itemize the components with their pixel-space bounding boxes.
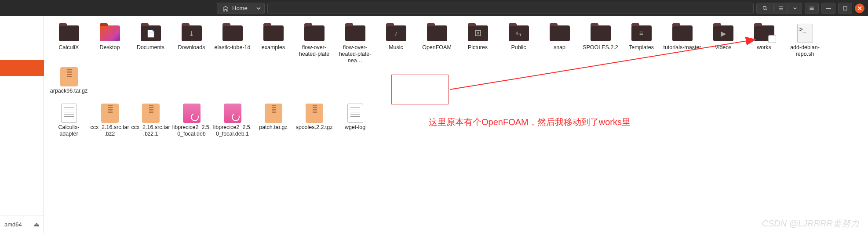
file-label: libprecice2_2.5.0_focal.deb.1 <box>213 124 252 137</box>
file-item[interactable]: >_ add-debian-repo.sh <box>784 22 825 66</box>
file-item[interactable]: ♪ Music <box>376 22 416 66</box>
file-label: CalculiX <box>59 44 79 51</box>
breadcrumb-group: Home <box>217 3 774 14</box>
file-item[interactable]: flow-over-heated-plate <box>294 22 335 66</box>
file-item[interactable]: ccx_2.16.src.tar.bz2 <box>89 102 130 139</box>
folder-icon <box>590 24 612 43</box>
file-item[interactable]: ⤓ Downloads <box>171 22 212 66</box>
deb-icon <box>181 104 203 122</box>
file-grid-row-1: CalculiX Desktop 📄 Documents ⤓ Downloads… <box>48 22 864 96</box>
folder-icon <box>58 24 80 43</box>
folder-icon: ≡ <box>631 24 653 43</box>
view-list-dropdown[interactable] <box>788 3 802 14</box>
svg-rect-8 <box>843 7 847 10</box>
file-item[interactable]: Calculix-adapter <box>48 102 89 139</box>
hamburger-menu-button[interactable] <box>805 3 819 14</box>
archive-icon <box>58 68 80 86</box>
file-item[interactable]: 🖼 Pictures <box>457 22 498 66</box>
minimize-icon: — <box>826 5 831 11</box>
file-label: flow-over-heated-plate <box>295 44 334 57</box>
file-label: Templates <box>629 44 654 51</box>
title-bar: Home — <box>0 0 868 16</box>
file-label: Downloads <box>178 44 205 51</box>
archive-icon <box>263 104 284 122</box>
file-item[interactable]: tutorials-master <box>662 22 703 66</box>
file-item[interactable]: ⇆ Public <box>498 22 539 66</box>
path-input[interactable] <box>267 3 754 14</box>
file-item[interactable]: examples <box>253 22 294 66</box>
file-label: works <box>757 44 771 51</box>
file-label: libprecice2_2.5.0_focal.deb <box>172 124 211 137</box>
search-button[interactable] <box>756 3 774 14</box>
file-item[interactable]: OpenFOAM <box>416 22 457 66</box>
folder-icon <box>303 24 325 43</box>
device-label: amd64 <box>4 221 22 228</box>
home-icon <box>222 5 229 11</box>
sidebar-active-highlight <box>0 60 44 76</box>
file-item[interactable]: wget-log <box>335 102 376 139</box>
file-label: Calculix-adapter <box>49 124 88 137</box>
file-label: Documents <box>137 44 164 51</box>
file-label: Pictures <box>468 44 488 51</box>
file-item[interactable]: patch.tar.gz <box>253 102 294 139</box>
file-label: Desktop <box>100 44 120 51</box>
file-item[interactable]: SPOOLES.2.2 <box>580 22 621 66</box>
file-item[interactable]: Desktop <box>89 22 130 66</box>
file-label: ccx_2.16.src.tar.bz2.1 <box>131 124 170 137</box>
folder-icon: ⤓ <box>181 24 203 43</box>
file-item[interactable]: ≡ Templates <box>621 22 662 66</box>
file-item[interactable]: flow-over-heated-plate-nea… <box>335 22 376 66</box>
folder-icon <box>263 24 284 43</box>
file-item[interactable]: libprecice2_2.5.0_focal.deb <box>171 102 212 139</box>
chevron-down-icon <box>256 6 261 11</box>
file-label: wget-log <box>345 124 365 131</box>
eject-icon[interactable]: ⏏ <box>34 221 39 228</box>
file-label: spooles.2.2.tgz <box>295 124 332 131</box>
maximize-button[interactable] <box>838 3 852 14</box>
file-label: arpack96.tar.gz <box>50 88 88 94</box>
svg-point-0 <box>763 6 766 9</box>
window-controls: — <box>774 3 864 14</box>
file-label: OpenFOAM <box>422 44 452 51</box>
file-item[interactable]: CalculiX <box>48 22 89 66</box>
list-icon <box>778 5 784 11</box>
sidebar: amd64 ⏏ <box>0 16 44 233</box>
watermark: CSDN @LJRRRR要努力 <box>762 218 859 229</box>
view-list-button[interactable] <box>774 3 788 14</box>
file-label: flow-over-heated-plate-nea… <box>336 44 375 64</box>
sidebar-device-amd64[interactable]: amd64 ⏏ <box>0 215 44 233</box>
file-label: patch.tar.gz <box>259 124 288 131</box>
search-icon <box>762 5 768 11</box>
text-icon <box>344 104 366 122</box>
home-crumb[interactable]: Home <box>217 3 253 14</box>
breadcrumb-dropdown[interactable] <box>253 3 265 14</box>
file-item[interactable]: ccx_2.16.src.tar.bz2.1 <box>130 102 171 139</box>
file-label: Public <box>511 44 526 51</box>
folder-icon <box>344 24 366 43</box>
file-item[interactable]: elastic-tube-1d <box>212 22 253 66</box>
file-item[interactable]: 📄 Documents <box>130 22 171 66</box>
folder-icon: ▶ <box>712 24 734 43</box>
file-label: examples <box>262 44 285 51</box>
file-item[interactable]: ▶ Videos <box>703 22 744 66</box>
deb-icon <box>222 104 244 122</box>
chevron-down-icon <box>793 7 797 10</box>
file-label: Music <box>389 44 403 51</box>
file-label: SPOOLES.2.2 <box>583 44 618 51</box>
file-item[interactable]: snap <box>539 22 580 66</box>
file-label: ccx_2.16.src.tar.bz2 <box>90 124 129 137</box>
folder-icon <box>671 24 693 43</box>
svg-line-1 <box>766 9 767 10</box>
text-icon <box>58 104 80 122</box>
file-label: tutorials-master <box>663 44 701 51</box>
archive-icon <box>140 104 162 122</box>
file-item[interactable]: arpack96.tar.gz <box>48 66 89 96</box>
minimize-button[interactable]: — <box>821 3 835 14</box>
close-button[interactable] <box>855 4 864 13</box>
file-item[interactable]: works <box>744 22 784 66</box>
file-item[interactable]: spooles.2.2.tgz <box>294 102 335 139</box>
file-item[interactable]: libprecice2_2.5.0_focal.deb.1 <box>212 102 253 139</box>
maximize-icon <box>843 6 847 11</box>
home-crumb-label: Home <box>232 5 248 11</box>
annotation-text: 这里原本有个OpenFOAM，然后我移动到了works里 <box>429 116 631 128</box>
